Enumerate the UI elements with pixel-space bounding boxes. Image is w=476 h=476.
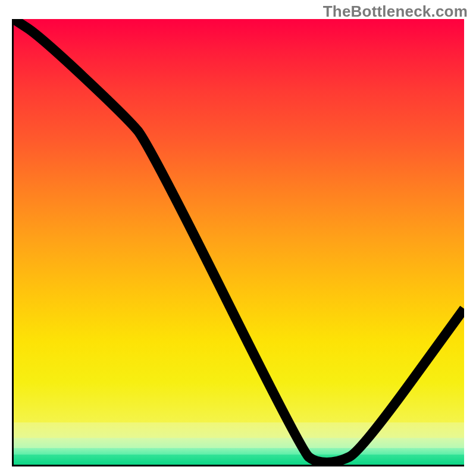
bottleneck-curve	[14, 19, 464, 462]
plot-area	[12, 19, 464, 466]
chart-canvas: TheBottleneck.com	[0, 0, 476, 476]
curve-svg	[14, 19, 464, 465]
plot-inner	[14, 19, 464, 465]
watermark-text: TheBottleneck.com	[323, 2, 468, 21]
